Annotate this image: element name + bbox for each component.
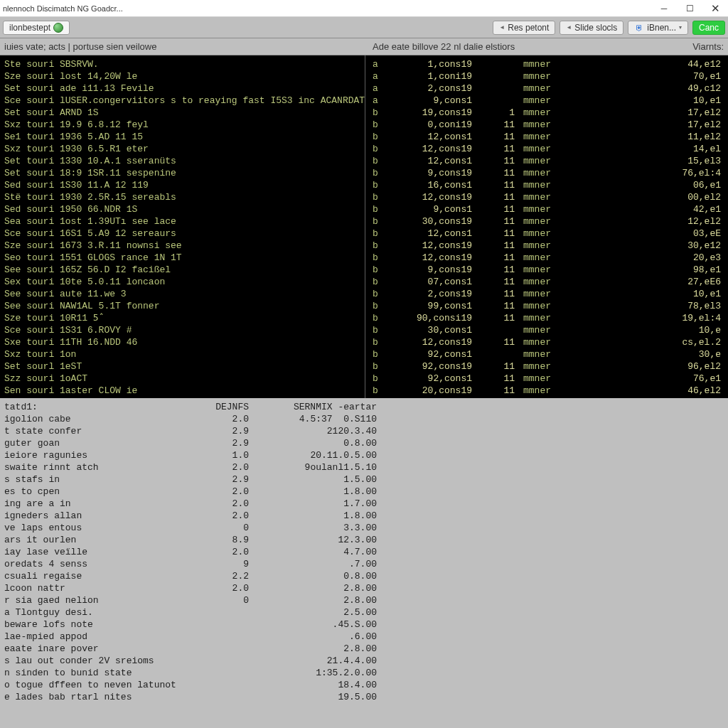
tr-col-b: 92,cons19 bbox=[401, 360, 472, 373]
tr-col-d: mmner bbox=[515, 70, 572, 82]
tr-col-c bbox=[472, 95, 515, 107]
tr-col-e: 76,el:4 bbox=[572, 167, 724, 179]
bt-c3: 1:35.2.0.00 bbox=[249, 667, 377, 679]
tr-col-e: 20,e3 bbox=[572, 252, 724, 264]
bt-c2: 9 bbox=[171, 558, 249, 570]
tr-col-a: a bbox=[373, 70, 401, 82]
bt-c1: csuali regaise bbox=[4, 570, 171, 582]
tr-col-b: 12,cons1 bbox=[401, 131, 472, 143]
tr-col-c: 11 bbox=[472, 373, 515, 385]
tr-col-a: b bbox=[373, 324, 401, 336]
term-right-line: b12,cons1911mmnercs,el.2 bbox=[373, 336, 724, 348]
tr-col-e: 00,el2 bbox=[572, 191, 724, 203]
tr-col-d: mmner bbox=[515, 228, 572, 240]
report-button[interactable]: ◄ Res petont bbox=[493, 21, 555, 35]
tr-col-d: mmner bbox=[515, 360, 572, 373]
bt-c2: 2.0 bbox=[171, 510, 249, 522]
tr-col-c: 11 bbox=[472, 276, 515, 288]
bt-c2 bbox=[171, 655, 249, 667]
tr-col-b: 30,cons1 bbox=[401, 324, 472, 336]
slides-label: Slide slocls bbox=[574, 23, 617, 33]
bt-c3: 2.8.00 bbox=[249, 643, 377, 655]
minimize-button[interactable]: ─ bbox=[651, 0, 677, 17]
tr-col-c: 11 bbox=[472, 228, 515, 240]
tr-col-e: 98,e1 bbox=[572, 264, 724, 276]
term-right-line: b12,cons111mmner11,el2 bbox=[373, 131, 724, 143]
term-right-line: b19,cons191mmner17,el2 bbox=[373, 107, 724, 119]
tr-col-c: 11 bbox=[472, 397, 515, 398]
tr-col-a: a bbox=[373, 82, 401, 95]
tr-col-a: b bbox=[373, 360, 401, 373]
bt-c3: 2120.3.40 bbox=[249, 425, 377, 437]
bottom-row: csuali regaise2.20.8.00 bbox=[4, 570, 724, 582]
tr-col-c: 11 bbox=[472, 252, 515, 264]
titlebar: nlennoch Discimatch NG Goadcr... ─ ☐ ✕ bbox=[0, 0, 728, 17]
terminal-right[interactable]: a1,cons19mmner44,e12a1,coni19mmner70,e1a… bbox=[368, 55, 728, 398]
tr-col-a: b bbox=[373, 312, 401, 324]
tr-col-e: 27,eE6 bbox=[572, 276, 724, 288]
term-left-line: Set souri 1othelcks imaps bbox=[4, 397, 360, 398]
bt-c1: ing are a in bbox=[4, 498, 171, 510]
bnen-button[interactable]: ⛨ iBnen... ▾ bbox=[628, 21, 688, 35]
tr-col-a: b bbox=[373, 119, 401, 131]
tr-col-e: 14,el bbox=[572, 143, 724, 155]
tr-col-a: b bbox=[373, 252, 401, 264]
header-variants: Viarnts: bbox=[681, 41, 728, 52]
bt-c2: 2.0 bbox=[171, 486, 249, 498]
terminal-left[interactable]: Ste souri SBSRVW.Sze souri lost 14,20W l… bbox=[0, 55, 365, 398]
maximize-button[interactable]: ☐ bbox=[677, 0, 702, 17]
bottom-row: lcoon nattr2.02.8.00 bbox=[4, 582, 724, 594]
tr-col-b: 12,cons19 bbox=[401, 252, 472, 264]
tr-col-d: mmner bbox=[515, 373, 572, 385]
tr-col-b: 9,cons1 bbox=[401, 95, 472, 107]
bottom-row: s lau out conder 2V sreioms21.4.4.00 bbox=[4, 655, 724, 667]
window-title: nlennoch Discimatch NG Goadcr... bbox=[3, 4, 651, 13]
tr-col-d: mmner bbox=[515, 240, 572, 252]
term-left-line: Szz souri 1oACT bbox=[4, 373, 360, 385]
bottom-h1: tatd1: bbox=[4, 401, 171, 413]
tr-col-e: 78,el3 bbox=[572, 300, 724, 312]
term-left-line: See souri aute 11.we 3 bbox=[4, 288, 360, 300]
tr-col-b: 1,cons19 bbox=[401, 58, 472, 70]
run-button[interactable]: Canc bbox=[692, 21, 725, 35]
tr-col-b: 9,cons19 bbox=[401, 167, 472, 179]
tr-col-b: 12,cons19 bbox=[401, 240, 472, 252]
script-button[interactable]: ilonbestept bbox=[3, 21, 70, 35]
bt-c1: eaate inare pover bbox=[4, 643, 171, 655]
tr-col-c: 11 bbox=[472, 203, 515, 215]
bottom-row: t state confer2.92120.3.40 bbox=[4, 425, 724, 437]
bt-c3: .7.00 bbox=[249, 558, 377, 570]
user-icon: ⛨ bbox=[634, 23, 644, 33]
tr-col-a: b bbox=[373, 143, 401, 155]
bt-c1: ieiore ragunies bbox=[4, 449, 171, 461]
tr-col-b: 12,cons19 bbox=[401, 143, 472, 155]
term-left-line: Sze souri 1673 3.R.11 nownsi see bbox=[4, 240, 360, 252]
bottom-row: guter goan2.90.8.00 bbox=[4, 437, 724, 449]
term-left-line: Sce souri 16S1 5.A9 12 sereaurs bbox=[4, 228, 360, 240]
bt-c1: oredats 4 senss bbox=[4, 558, 171, 570]
term-right-line: b2,cons1911mmner10,e1 bbox=[373, 288, 724, 300]
bottom-row: e lades bab rtarl nites19.5.00 bbox=[4, 691, 724, 703]
bottom-pane[interactable]: tatd1: DEJNFS SERNMIX -eartar igolion ca… bbox=[0, 398, 728, 728]
tr-col-c: 11 bbox=[472, 240, 515, 252]
tr-col-d: mmner bbox=[515, 385, 572, 397]
bt-c1: igneders allan bbox=[4, 510, 171, 522]
tr-col-a: b bbox=[373, 264, 401, 276]
bt-c1: igolion cabe bbox=[4, 413, 171, 425]
bt-c1: o togue dffeen to neven latunot bbox=[4, 679, 171, 691]
tr-col-d: mmner bbox=[515, 95, 572, 107]
tr-col-a: a bbox=[373, 58, 401, 70]
tr-col-b: 19,cons19 bbox=[401, 107, 472, 119]
bottom-row: ing are a in2.01.7.00 bbox=[4, 498, 724, 510]
slides-button[interactable]: ◄ Slide slocls bbox=[560, 21, 623, 35]
term-left-line: Sxz touri 19.9 6.8.12 feyl bbox=[4, 119, 360, 131]
close-button[interactable]: ✕ bbox=[702, 0, 728, 17]
bt-c3: 0.8.00 bbox=[249, 437, 377, 449]
term-left-line: Seo touri 1551 GLOGS rance 1N 1T bbox=[4, 252, 360, 264]
bt-c1: ars it ourlen bbox=[4, 534, 171, 546]
bt-c3: 2.5.00 bbox=[249, 606, 377, 619]
bnen-label: iBnen... bbox=[647, 23, 676, 33]
bt-c2: 2.0 bbox=[171, 461, 249, 473]
tr-col-b: 07,cons1 bbox=[401, 276, 472, 288]
tr-col-c: 11 bbox=[472, 385, 515, 397]
